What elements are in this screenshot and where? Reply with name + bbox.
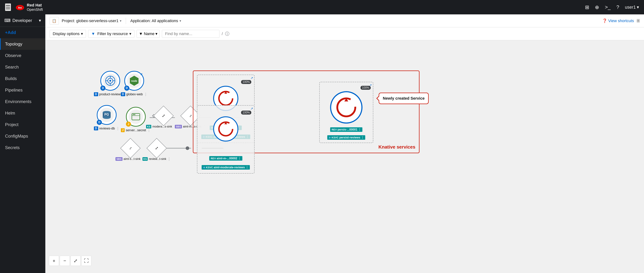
globex-web-name: globex-web <box>126 92 143 96</box>
app-selector[interactable]: Application: All applications ▾ <box>130 18 181 23</box>
globex-web-external-link-icon[interactable]: ↗ <box>140 72 143 76</box>
user-chevron-icon: ▾ <box>637 5 639 10</box>
ksvc2-external-link-icon[interactable]: ↗ <box>250 107 253 110</box>
top-nav: ☰ RH Red Hat OpenShift ⊞ ⊕ >_ ? user1 ▾ <box>0 0 644 14</box>
sbs-badge-2: SBS <box>116 157 122 161</box>
zoom-out-button[interactable]: − <box>60 256 70 266</box>
sidebar-item-add[interactable]: +Add <box>0 27 45 38</box>
circular-arrows-icon-3 <box>334 96 358 119</box>
sidebar-item-observe[interactable]: Observe <box>0 50 45 61</box>
app-label: Application: All applications <box>130 18 178 23</box>
knative-services-label: Knative services <box>378 144 415 150</box>
ksvc2-rev-badge: REV aiml-m-...00002 ⋮ <box>209 156 242 160</box>
ksvc3-kebab[interactable]: ⋮ <box>361 136 364 139</box>
name-filter-icon: ▼ <box>139 32 143 36</box>
svg-point-20 <box>103 116 111 119</box>
badge-J-server-secret: J <box>126 122 131 126</box>
ksvc1-pct-badge: 100% <box>241 80 251 84</box>
deployment-badge-3: D <box>94 126 98 130</box>
deployment-badge-2: D <box>121 92 125 96</box>
sidebar-item-search[interactable]: Search <box>0 61 45 73</box>
sidebar-item-configmaps[interactable]: ConfigMaps <box>0 130 45 142</box>
terminal-icon-button[interactable]: >_ <box>605 4 610 10</box>
reviews-db-kebab-menu[interactable]: ⋮ <box>116 126 120 130</box>
svg-text:PG: PG <box>104 113 109 116</box>
info-icon[interactable]: ⓘ <box>225 31 229 37</box>
help-icon-button[interactable]: ? <box>616 4 619 10</box>
zoom-in-icon: + <box>52 258 55 264</box>
main-content: 📋 Project: globex-serverless-user1 ▾ App… <box>45 14 644 273</box>
topology-view-icon-button[interactable]: 📋 <box>50 17 59 25</box>
globex-web-kebab-menu[interactable]: ⋮ <box>144 92 148 96</box>
search-slash: / <box>222 32 223 36</box>
globex-web-circle[interactable]: ↗ node D <box>124 71 144 91</box>
search-input[interactable] <box>162 30 220 38</box>
display-options-label: Display options <box>53 32 80 36</box>
user-menu-button[interactable]: user1 ▾ <box>625 5 639 10</box>
zoom-in-button[interactable]: + <box>49 256 59 266</box>
view-shortcuts-link[interactable]: ❓ View shortcuts <box>602 18 634 23</box>
project-label: Project: globex-serverless-user1 <box>62 18 118 23</box>
review-t-symbol: ⤢ <box>155 146 158 150</box>
svg-text:node: node <box>131 80 137 82</box>
ksvc2-kebab[interactable]: ⋮ <box>246 166 248 169</box>
reviews-db-circle[interactable]: PG D <box>97 105 116 125</box>
display-options-button[interactable]: Display options ▾ <box>50 30 86 38</box>
reviews-db-label: D reviews-db ⋮ <box>94 126 120 130</box>
expand-button[interactable]: ⛶ <box>81 256 92 266</box>
sidebar-item-topology[interactable]: Topology <box>0 38 45 50</box>
review-t-kebab[interactable]: ⋮ <box>167 157 171 161</box>
badge-D-reviews-db: D <box>97 120 102 125</box>
ksvc-aiml-moderate[interactable]: ↗ 100% REV aiml-m-...00002 ⋮ ⊕ <box>197 105 254 174</box>
list-view-icon-button[interactable]: ☰ <box>637 19 640 22</box>
topology-canvas[interactable]: D D product-reviews ⋮ ↗ node D <box>45 40 644 273</box>
globex-web-label: D globex-web ⋮ <box>121 92 148 96</box>
circular-arrows-icon-2 <box>217 120 235 138</box>
fit-to-screen-button[interactable]: ⤢ <box>70 256 80 266</box>
ksvc3-rev-kebab[interactable]: ⋮ <box>358 128 361 131</box>
ksvc3-main-circle[interactable] <box>330 91 362 124</box>
ksvc2-pct-badge: 100% <box>241 110 251 114</box>
svg-point-7 <box>186 146 189 150</box>
expand-icon: ⛶ <box>84 258 89 264</box>
brand: RH Red Hat OpenShift <box>15 2 43 12</box>
node-review-t-sink[interactable]: ⤢ KS review...t-sink ⋮ <box>142 141 171 161</box>
hamburger-menu[interactable]: ☰ <box>5 4 11 11</box>
plus-icon-button[interactable]: ⊕ <box>595 4 599 10</box>
ksvc3-rev-badge: REV persis-...00001 ⋮ <box>330 127 362 132</box>
sidebar-item-environments[interactable]: Environments <box>0 96 45 107</box>
grid-icon-button[interactable]: ⊞ <box>585 4 589 10</box>
kafka-symbol: ⤢ <box>162 114 165 118</box>
sidebar-role-selector[interactable]: ⌨ Developer ▾ <box>0 14 45 27</box>
node-globex-web[interactable]: ↗ node D D globex-web ⋮ <box>121 71 148 96</box>
server-secret-circle[interactable]: J <box>126 107 146 126</box>
question-icon: ❓ <box>602 18 607 23</box>
aiml-s-diamond[interactable]: ⤤ <box>120 138 140 158</box>
ksvc-persist-reviews[interactable]: ↗ 100% REV persis-...00001 ⋮ <box>319 82 373 143</box>
sidebar-item-helm[interactable]: Helm <box>0 107 45 119</box>
node-reviews-db[interactable]: PG D D reviews-db ⋮ <box>94 105 120 130</box>
sidebar-item-pipelines[interactable]: Pipelines <box>0 84 45 96</box>
badge-D-product-reviews: D <box>100 86 106 91</box>
name-filter-selector[interactable]: ▼ Name ▾ <box>136 30 160 38</box>
node-aiml-s-t-sink[interactable]: ⤤ SBS aiml-s...t-sink ⋮ <box>116 141 145 161</box>
circular-arrows-icon-1 <box>217 90 235 107</box>
nodejs-icon: node <box>128 75 140 86</box>
ksvc2-badge: ⊕ KSVC aiml-moderate-reviews ⋮ <box>202 165 250 170</box>
product-reviews-circle[interactable]: D <box>100 71 120 91</box>
ksvc2-rev-kebab[interactable]: ⋮ <box>238 157 241 160</box>
modera-diamond[interactable]: ⤢ <box>154 106 174 126</box>
badge-D-globex-web: D <box>124 86 129 91</box>
project-selector[interactable]: Project: globex-serverless-user1 ▾ <box>62 18 122 23</box>
nav-separator <box>126 18 126 24</box>
ksvc2-revision-circle[interactable] <box>213 116 238 142</box>
ksvc1-external-link-icon[interactable]: ↗ <box>250 76 253 80</box>
j-badge: J <box>121 128 125 132</box>
node-modera-s-sink[interactable]: ⤢ KS modera...s-sink ⋮ <box>146 108 177 129</box>
sidebar-item-project[interactable]: Project <box>0 119 45 130</box>
sidebar-item-builds[interactable]: Builds <box>0 73 45 84</box>
filter-by-resource-button[interactable]: ▼ Filter by resource ▾ <box>88 30 134 38</box>
review-t-diamond[interactable]: ⤢ <box>146 138 167 158</box>
product-reviews-icon <box>105 75 116 86</box>
sidebar-item-secrets[interactable]: Secrets <box>0 142 45 154</box>
